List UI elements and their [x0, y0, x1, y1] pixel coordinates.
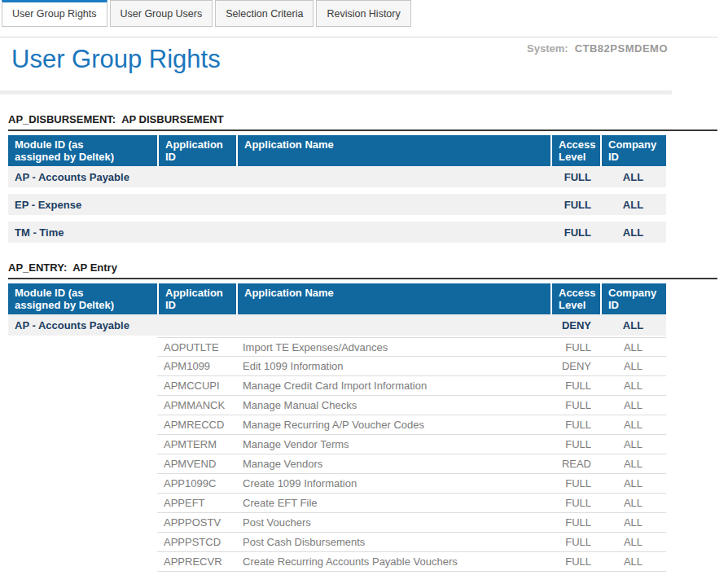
- table-row: APMVEND Manage Vendors READ ALL: [8, 454, 666, 474]
- tab-revision-history[interactable]: Revision History: [316, 0, 410, 27]
- module-cell: [8, 454, 157, 474]
- section-rule: [8, 129, 717, 131]
- table-row: APM1099 Edit 1099 Information DENY ALL: [8, 357, 666, 376]
- company-id-cell: ALL: [600, 314, 666, 336]
- access-level-cell: READ: [550, 454, 600, 474]
- application-id-cell: APPEFT: [157, 494, 236, 513]
- table-header-row: Module ID (as assigned by Deltek) Applic…: [8, 283, 666, 314]
- access-level-cell: FULL: [550, 222, 600, 243]
- application-name-cell: [236, 314, 550, 336]
- application-id-cell: APPPSTCD: [157, 533, 236, 552]
- application-name-cell: Edit 1099 Information: [236, 357, 550, 376]
- company-id-cell: ALL: [600, 533, 666, 552]
- application-name-cell: [236, 194, 550, 215]
- company-id-cell: ALL: [600, 513, 666, 533]
- access-level-cell: FULL: [550, 194, 600, 215]
- company-id-cell: ALL: [600, 435, 666, 454]
- company-id-cell: ALL: [600, 396, 666, 415]
- module-cell: [8, 513, 157, 533]
- section-name: AP DISBURSEMENT: [121, 113, 223, 125]
- table-row: APPEFT Create EFT File FULL ALL: [8, 494, 666, 513]
- company-id-cell: ALL: [600, 415, 666, 435]
- company-id-cell: ALL: [600, 474, 666, 494]
- application-name-cell: Create 1099 Information: [236, 474, 550, 494]
- access-level-cell: FULL: [550, 166, 600, 187]
- module-cell: [8, 396, 157, 415]
- table-row: AOPUTLTE Import TE Expenses/Advances FUL…: [8, 337, 666, 357]
- access-level-cell: FULL: [550, 376, 600, 396]
- col-header-application-name: Application Name: [236, 135, 550, 166]
- table-row: AP - Accounts Payable DENY ALL: [8, 314, 666, 336]
- col-header-company-id: Company ID: [600, 283, 666, 314]
- application-name-cell: Manage Recurring A/P Voucher Codes: [236, 415, 550, 435]
- module-cell: [8, 494, 157, 513]
- access-level-cell: FULL: [550, 533, 600, 552]
- company-id-cell: ALL: [600, 494, 666, 513]
- table-row: APMTERM Manage Vendor Terms FULL ALL: [8, 435, 666, 454]
- application-id-cell: [157, 166, 236, 187]
- access-level-cell: FULL: [550, 415, 600, 435]
- page-header: User Group Rights System:CTB82PSMDEMO: [0, 37, 728, 83]
- table-row: APMRECCD Manage Recurring A/P Voucher Co…: [8, 415, 666, 435]
- access-level-cell: FULL: [550, 494, 600, 513]
- module-cell: [8, 376, 157, 396]
- col-header-application-name: Application Name: [236, 283, 550, 314]
- module-cell: AP - Accounts Payable: [8, 166, 157, 187]
- application-name-cell: [236, 222, 550, 243]
- module-cell: TM - Time: [8, 222, 157, 243]
- header-divider-band: [0, 90, 672, 94]
- section-heading-ap-entry: AP_ENTRY:AP Entry: [8, 261, 728, 274]
- application-id-cell: APP1099C: [157, 474, 236, 494]
- application-id-cell: APMVEND: [157, 454, 236, 474]
- module-cell: EP - Expense: [8, 194, 157, 215]
- access-level-cell: DENY: [550, 314, 600, 336]
- application-id-cell: [157, 314, 236, 336]
- access-level-cell: DENY: [550, 357, 600, 376]
- company-id-cell: ALL: [600, 357, 666, 376]
- application-id-cell: APMCCUPI: [157, 376, 236, 396]
- module-cell: [8, 552, 157, 572]
- col-header-module-id: Module ID (as assigned by Deltek): [8, 283, 157, 314]
- access-level-cell: FULL: [550, 513, 600, 533]
- table-row: TM - Time FULL ALL: [8, 222, 666, 243]
- application-id-cell: APPPOSTV: [157, 513, 236, 533]
- section-heading-ap-disbursement: AP_DISBURSEMENT:AP DISBURSEMENT: [8, 113, 728, 125]
- application-name-cell: Manage Manual Checks: [236, 396, 550, 415]
- application-name-cell: Create EFT File: [236, 494, 550, 513]
- col-header-company-id: Company ID: [600, 135, 666, 166]
- section-name: AP Entry: [72, 261, 117, 274]
- col-header-module-id: Module ID (as assigned by Deltek): [8, 135, 157, 166]
- system-value: CTB82PSMDEMO: [575, 42, 668, 55]
- access-level-cell: FULL: [550, 337, 600, 357]
- table-row: EP - Expense FULL ALL: [8, 194, 666, 215]
- module-cell: [8, 357, 157, 376]
- table-row: APMMANCK Manage Manual Checks FULL ALL: [8, 396, 666, 415]
- company-id-cell: ALL: [600, 376, 666, 396]
- table-row: APPPSTCD Post Cash Disbursements FULL AL…: [8, 533, 666, 552]
- table-row: APP1099C Create 1099 Information FULL AL…: [8, 474, 666, 494]
- module-cell: [8, 533, 157, 552]
- col-header-access-level: Access Level: [550, 135, 600, 166]
- application-id-cell: APMTERM: [157, 435, 236, 454]
- module-cell: [8, 435, 157, 454]
- application-name-cell: Import TE Expenses/Advances: [236, 337, 550, 357]
- application-name-cell: Create Recurring Accounts Payable Vouche…: [236, 552, 550, 572]
- tab-bar: User Group Rights User Group Users Selec…: [0, 0, 728, 28]
- application-id-cell: [157, 222, 236, 243]
- application-name-cell: Manage Vendors: [236, 454, 550, 474]
- company-id-cell: ALL: [600, 194, 666, 215]
- module-cell: [8, 474, 157, 494]
- table-row: APMCCUPI Manage Credit Card Import Infor…: [8, 376, 666, 396]
- application-id-cell: [157, 194, 236, 215]
- tab-user-group-users[interactable]: User Group Users: [110, 0, 213, 27]
- module-cell: [8, 337, 157, 357]
- rights-table-ap-disbursement: Module ID (as assigned by Deltek) Applic…: [8, 135, 666, 243]
- access-level-cell: FULL: [550, 396, 600, 415]
- tab-user-group-rights[interactable]: User Group Rights: [2, 0, 107, 27]
- company-id-cell: ALL: [600, 552, 666, 572]
- application-name-cell: Manage Vendor Terms: [236, 435, 550, 454]
- tab-selection-criteria[interactable]: Selection Criteria: [215, 0, 314, 27]
- company-id-cell: ALL: [600, 337, 666, 357]
- section-rule: [8, 278, 717, 279]
- system-label: System:: [527, 42, 568, 55]
